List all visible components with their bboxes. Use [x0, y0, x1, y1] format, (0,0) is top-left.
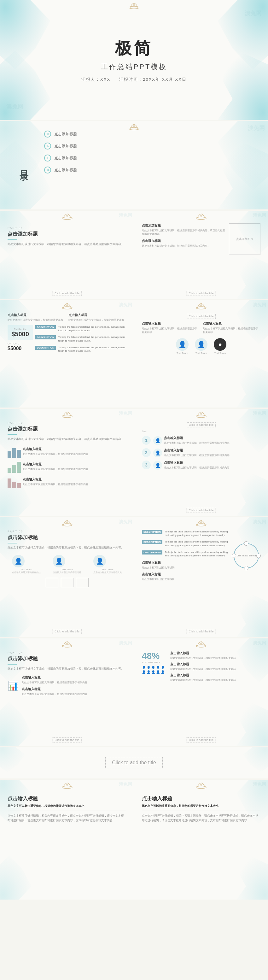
input-label-7r1[interactable]: 点击输入标题 — [170, 651, 260, 655]
bar-label-5l1[interactable]: 点击输入标题 — [23, 447, 88, 451]
toc-item-4[interactable]: 04 点击添加标题 — [44, 167, 262, 173]
desc-tag-4l3: DESCRIPTION — [35, 346, 56, 350]
barchart-5l3 — [8, 475, 21, 488]
team-name-6l1: Text Team — [12, 568, 41, 571]
input-label-7r2[interactable]: 点击输入标题 — [170, 662, 260, 667]
bar-text-5l2: 此处文本框可以进行文字编辑，根据您的需要添加相关内容 — [23, 468, 88, 471]
team-row-6l: 👤 Text Team 点击输入标题文字内容在此处 👤 Text Team 点击… — [8, 555, 127, 574]
click-add-8[interactable]: Click to add the title — [105, 757, 163, 768]
input-text-4l1: 此处文本框可以进行文字编辑，根据您的需要添加 — [8, 318, 66, 322]
svg-point-21 — [66, 643, 68, 644]
slide-9-right: 澳兔网 点击输入标题 黑色文字可以标注重要信息，根据您的需要进行拖拽文本大小 点… — [134, 780, 268, 900]
team-member-6l2: 👤 Text Team 点击输入标题文字内容在此处 — [53, 555, 81, 574]
step-row-5r3: 3 👤 点击输入标题 此处文本框可以进行文字编辑，根据您的需要添加相关内容 — [142, 460, 260, 470]
slide-8-cta: Click to add the title — [0, 747, 268, 778]
input-block-7r: 点击输入标题 此处文本框可以进行文字编辑，根据您的需要添加相关内容 点击输入标题… — [170, 651, 260, 682]
section-title-6l: 点击添加标题 — [8, 534, 127, 541]
reporter: 汇报人：XXX — [81, 77, 110, 82]
slide-9-left: 澳兔网 点击输入标题 黑色文字可以标注重要信息，根据您的需要进行拖拽文本大小 点… — [0, 780, 134, 900]
step-num-5r1: 1 — [142, 436, 151, 445]
input-label-6r1[interactable]: 点击输入标题 — [142, 560, 229, 565]
click-add-7l[interactable]: Click to add the title — [52, 737, 82, 743]
input-text-6r1: 此处文本框可以进行文字编辑 — [142, 566, 229, 570]
main-title: 极简 — [81, 38, 187, 60]
click-add-3l[interactable]: Click to add the title — [52, 291, 82, 296]
title-9l[interactable]: 点击输入标题 — [8, 795, 127, 802]
orbit-circle-left — [232, 554, 236, 558]
bar-text-5l3: 此处文本框可以进行文字编辑，根据您的需要添加相关内容 — [23, 483, 88, 486]
desc-row-6r2: DESCRIPTION To help the table understand… — [142, 540, 229, 547]
logo-6l — [61, 519, 73, 528]
step-label-5r2[interactable]: 点击输入标题 — [164, 448, 230, 453]
tag-box-6l2[interactable] — [61, 578, 73, 587]
step-label-5r1[interactable]: 点击输入标题 — [164, 436, 230, 440]
image-placeholder-3r[interactable]: 点击添加图片 — [229, 223, 260, 255]
logo-7r — [195, 640, 208, 649]
input-label-4l1[interactable]: 点击输入标题 — [8, 313, 66, 317]
input-label-7l2[interactable]: 点击输入标题 — [22, 687, 127, 691]
subtitle-9l: 黑色文字可以标注重要信息，根据您的需要进行拖拽文本大小 — [8, 804, 127, 808]
team-text-6l2: 点击输入标题文字内容在此处 — [53, 571, 81, 574]
main-circle-6r[interactable]: Click to add the title — [234, 543, 259, 568]
logo-5l — [61, 410, 73, 420]
part-label-5l: PART 02 — [8, 422, 127, 425]
input-label-7r3[interactable]: 点击输入标题 — [170, 673, 260, 678]
logo-5r — [195, 410, 208, 420]
input-label-6r2[interactable]: 点击输入标题 — [142, 572, 229, 577]
input-label-3r2[interactable]: 点击添加标题 — [142, 239, 225, 243]
orbit-circle-right — [256, 554, 261, 558]
input-label-3r1[interactable]: 点击添加标题 — [142, 223, 225, 228]
svg-point-1 — [133, 4, 135, 6]
bar-row-5l3: 点击输入标题 此处文本框可以进行文字编辑，根据您的需要添加相关内容 — [8, 475, 127, 488]
sub-title: 工作总结PPT模板 — [81, 62, 187, 72]
step-label-5r3[interactable]: 点击输入标题 — [164, 460, 230, 465]
people-row-7r: 👤 👤 👤 👤 👤 👤 👤 👤 👤 👤 — [142, 666, 167, 674]
person-2: 👤 — [147, 666, 151, 669]
team-text-6l1: 点击输入标题文字内容在此处 — [12, 571, 41, 574]
slide-pair-5: 澳兔网 PART 02 点击添加标题 此处文本框可以进行文字编辑，根据您的需要添… — [0, 409, 268, 517]
input-text-7l1: 此处文本框可以进行文字编辑，根据您的需要添加相关内容 — [22, 681, 127, 684]
tag-box-6l1[interactable] — [46, 578, 58, 587]
desc-tag-4l1: DESCRIPTION — [35, 325, 56, 329]
input-text-6r2: 此处文本框可以进行文字编辑 — [142, 578, 229, 581]
click-add-6r[interactable]: Click to add the title — [187, 629, 216, 634]
input-label-4l2[interactable]: 点击输入标题 — [68, 313, 127, 317]
avatar-6l2: 👤 — [53, 555, 65, 568]
bar-label-5l2[interactable]: 点击输入标题 — [23, 462, 88, 466]
desc-tag-4l2: DESCRIPTION — [35, 335, 56, 339]
meta-info: 汇报人：XXX 汇报时间：20XX年 XX月 XX日 — [81, 76, 187, 82]
toc-item-2[interactable]: 02 点击添加标题 — [44, 143, 262, 150]
slide-6l-content: PART 03 点击添加标题 此处文本框可以进行文字编辑，根据您的需要添加相关内… — [0, 517, 134, 593]
click-add-7r[interactable]: Click to add the title — [187, 737, 216, 743]
toc-item-3[interactable]: 03 点击添加标题 — [44, 154, 262, 161]
toc-label-3: 点击添加标题 — [54, 156, 77, 161]
slide-pair-3: 澳兔网 PART 01 点击添加标题 此处文本框可以进行文字编辑，根据您的需要添… — [0, 211, 268, 300]
person-4: 👤 — [156, 666, 160, 669]
body-7l: 此处文本框可以进行文字编辑，根据您的需要添加相关内容，请点击此处直接编辑文本内容… — [8, 667, 127, 671]
input-label-7l1[interactable]: 点击输入标题 — [22, 675, 127, 680]
click-add-3r[interactable]: Click to add the title — [187, 291, 216, 296]
desc-text-6r3: To help the table understand the perform… — [165, 550, 229, 557]
body-5l: 此处文本框可以进行文字编辑，根据您的需要添加相关内容，请点击此处直接编辑文本内容… — [8, 437, 127, 441]
click-add-6l[interactable]: Click to add the title — [52, 629, 82, 634]
toc-item-1[interactable]: 01 点击添加标题 — [44, 130, 262, 137]
click-add-5r2[interactable]: Click to add the title — [187, 508, 216, 513]
click-add-4r[interactable]: Click to add the title — [187, 314, 216, 319]
step-icon-5r3: 👤 — [153, 461, 162, 470]
slide-4-right: 澳兔网 Click to add the title 点击输入标题 此处文本框可… — [134, 300, 268, 407]
input-label-4r1[interactable]: 点击输入标题 — [142, 321, 200, 326]
team-name-1: Text Team — [176, 352, 189, 355]
team-name-3: Text Team — [214, 352, 227, 355]
toc-circle-1: 01 — [44, 130, 51, 137]
logo-top — [128, 2, 140, 11]
input-text-4l2: 此处文本框可以进行文字编辑，根据您的需要添加 — [68, 318, 127, 322]
desc-text-4l2: To help the table understand the perform… — [58, 335, 127, 342]
input-label-4r2[interactable]: 点击输入标题 — [203, 321, 260, 326]
click-add-5r[interactable]: Click to add the title — [187, 422, 216, 427]
svg-point-3 — [133, 125, 135, 127]
bar-label-5l3[interactable]: 点击输入标题 — [23, 477, 88, 482]
title-9r[interactable]: 点击输入标题 — [142, 795, 260, 802]
tag-box-6l3[interactable] — [76, 578, 89, 587]
person-8: 👤 — [151, 670, 155, 674]
toc-label-2: 点击添加标题 — [54, 143, 77, 149]
